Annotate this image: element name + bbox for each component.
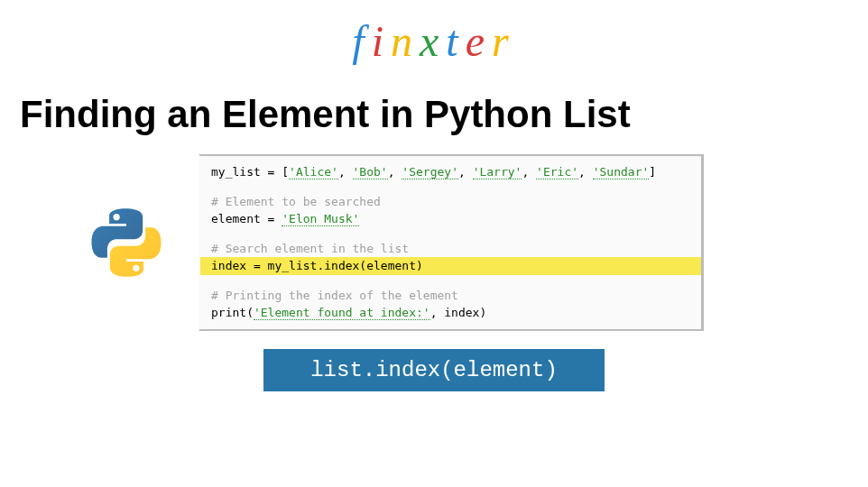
code-line-1: my_list = ['Alice', 'Bob', 'Sergey', 'La… — [211, 163, 690, 181]
code-comment-2: # Search element in the list — [211, 240, 690, 258]
code-line-4: print('Element found at index:', index) — [211, 304, 690, 322]
code-line-2: element = 'Elon Musk' — [211, 210, 690, 228]
method-signature-box: list.index(element) — [263, 349, 605, 391]
brand-logo: finxter — [0, 0, 868, 66]
logo-letter-r: r — [492, 17, 516, 65]
content-row: my_list = ['Alice', 'Bob', 'Sergey', 'La… — [0, 154, 868, 331]
code-comment-3: # Printing the index of the element — [211, 287, 690, 305]
python-logo-icon — [90, 207, 162, 279]
page-title: Finding an Element in Python List — [0, 66, 868, 154]
logo-letter-i: i — [372, 17, 391, 65]
code-comment-1: # Element to be searched — [211, 193, 690, 211]
logo-letter-f: f — [352, 17, 371, 65]
logo-letter-t: t — [446, 17, 465, 65]
code-block: my_list = ['Alice', 'Bob', 'Sergey', 'La… — [199, 154, 704, 331]
code-line-highlight: index = my_list.index(element) — [200, 257, 701, 275]
logo-letter-e: e — [466, 17, 492, 65]
logo-letter-n: n — [391, 17, 420, 65]
logo-letter-x: x — [420, 17, 446, 65]
